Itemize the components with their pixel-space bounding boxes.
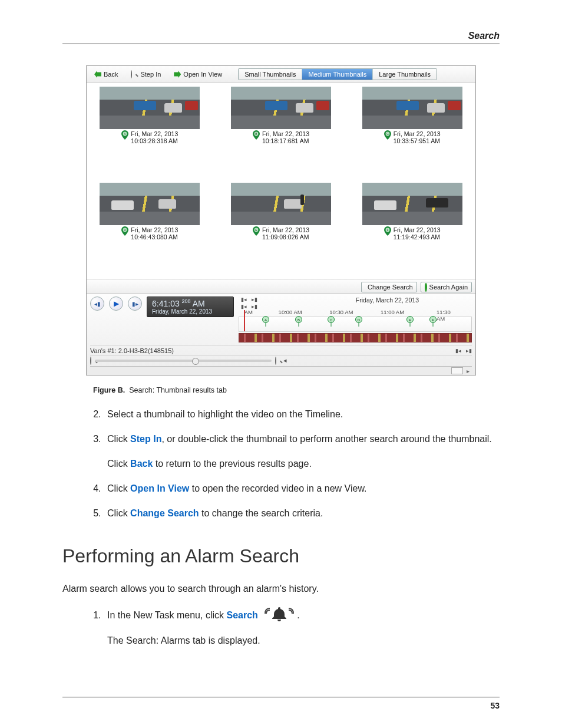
playback-date: Friday, March 22, 2013 — [152, 308, 229, 315]
step1-text-b: . — [297, 610, 299, 620]
step-forward-button[interactable]: ▮▸ — [128, 297, 142, 311]
thumbnail-item[interactable]: A Fri, Mar 22, 2013 10:03:28:318 AM — [90, 87, 210, 179]
svg-text:D: D — [358, 318, 361, 322]
thumb-date: Fri, Mar 22, 2013 — [262, 130, 309, 137]
alarm-bell-icon — [263, 605, 296, 627]
marker-icon: B — [253, 130, 260, 140]
svg-text:F: F — [386, 228, 388, 232]
timeline-marker-icon[interactable]: E — [406, 316, 414, 327]
open-in-view-button[interactable]: Open In View — [170, 69, 226, 80]
thumbnail-caption: C Fri, Mar 22, 2013 10:33:57:951 AM — [384, 130, 441, 144]
step1-sub: The Search: Alarms tab is displayed. — [107, 634, 500, 648]
zoom-slider-thumb[interactable] — [192, 358, 199, 365]
thumb-time: 11:09:08:026 AM — [262, 233, 309, 241]
step-4-text-a: Click — [107, 483, 130, 493]
step-5-text-b: to change the search criteria. — [199, 508, 323, 518]
timeline-panel: ◂▮ ▶ ▮▸ 6:41:03 208 AM Friday, March 22,… — [87, 294, 475, 375]
results-footer: Change Search Search Again — [87, 279, 475, 294]
step-5-text-a: Click — [107, 508, 130, 518]
steps-list: Select a thumbnail to highlight the vide… — [62, 407, 500, 521]
zoom-in-icon[interactable] — [275, 357, 276, 364]
back-button[interactable]: Back — [90, 69, 122, 80]
thumbnail-caption: D Fri, Mar 22, 2013 10:46:43:080 AM — [121, 226, 178, 241]
playback-time-display: 6:41:03 208 AM Friday, March 22, 2013 — [147, 297, 234, 317]
thumbnail-item[interactable]: B Fri, Mar 22, 2013 10:18:17:681 AM — [222, 87, 341, 179]
horizontal-scrollbar[interactable]: ▸ — [90, 366, 472, 375]
step-in-label: Step In — [140, 71, 161, 78]
playback-ampm: AM — [193, 299, 205, 308]
thumbnail-caption: B Fri, Mar 22, 2013 10:18:17:681 AM — [253, 130, 309, 144]
timeline-marker-icon[interactable]: F — [429, 316, 437, 327]
tab-small-thumbnails[interactable]: Small Thumbnails — [239, 69, 302, 80]
timeline-marker-icon[interactable]: B — [295, 316, 302, 327]
footer-rule — [62, 697, 500, 697]
step-3-text-b: , or double-click the thumbnail to perfo… — [161, 434, 491, 444]
steps-list-2: In the New Task menu, click Search . The… — [62, 608, 500, 648]
step-3-text-a: Click — [107, 434, 130, 444]
figure-caption: Figure B. Search: Thumbnail results tab — [93, 386, 500, 394]
open-in-view-label: Open In View — [183, 71, 222, 78]
timeline-marker-icon[interactable]: C — [328, 316, 335, 327]
change-search-button[interactable]: Change Search — [361, 282, 416, 292]
marker-icon: D — [121, 226, 128, 236]
step-1-alarm: In the New Task menu, click Search . The… — [104, 608, 500, 648]
mini-seek-controls-3[interactable]: ▮◂ ▸▮ — [455, 348, 472, 354]
thumbnail-item[interactable]: D Fri, Mar 22, 2013 10:46:43:080 AM — [90, 183, 210, 275]
step-2-text: Select a thumbnail to highlight the vide… — [107, 409, 343, 419]
search-again-button[interactable]: Search Again — [421, 282, 472, 292]
timeline-data-band[interactable] — [239, 333, 472, 342]
step-3-sub: Click Back to return to the previous res… — [107, 457, 500, 471]
timeline-ruler[interactable]: AM 10:00 AM 10:30 AM 11:00 AM 11:30 AM A… — [239, 317, 472, 332]
thumb-date: Fri, Mar 22, 2013 — [131, 226, 178, 233]
header-rule — [62, 44, 500, 44]
svg-text:B: B — [297, 318, 300, 322]
toolbar: Back Step In Open In View Small Thumbnai… — [87, 66, 475, 83]
figure-text: Search: Thumbnail results tab — [129, 386, 227, 394]
tab-medium-thumbnails[interactable]: Medium Thumbnails — [302, 69, 373, 80]
timeline-date-label: Friday, March 22, 2013 — [356, 297, 419, 304]
play-button[interactable]: ▶ — [109, 297, 123, 311]
thumbnail-image — [100, 87, 200, 129]
zoom-out-icon[interactable] — [90, 357, 91, 364]
ui-term-open-in-view: Open In View — [130, 483, 189, 493]
step-3-sub-a: Click — [107, 459, 130, 469]
search-again-label: Search Again — [429, 284, 468, 291]
step-4-text-b: to open the recorded video in a new View… — [189, 483, 366, 493]
page-number: 53 — [490, 701, 500, 710]
thumbnail-item[interactable]: C Fri, Mar 22, 2013 10:33:57:951 AM — [352, 87, 472, 179]
thumb-date: Fri, Mar 22, 2013 — [394, 130, 441, 137]
thumb-date: Fri, Mar 22, 2013 — [394, 226, 441, 233]
section-intro: Alarm search allows you to search throug… — [62, 584, 500, 594]
screenshot-app-window: Back Step In Open In View Small Thumbnai… — [86, 65, 476, 375]
header-section-label: Search — [468, 31, 500, 41]
tab-large-thumbnails[interactable]: Large Thumbnails — [373, 69, 437, 80]
refresh-icon — [425, 284, 427, 291]
thumbnail-image — [100, 183, 200, 225]
step-3: Click Step In, or double-click the thumb… — [104, 432, 500, 471]
ui-term-search: Search — [226, 610, 257, 620]
svg-text:D: D — [124, 228, 127, 232]
timeline-cursor[interactable] — [244, 310, 245, 331]
step1-text-a: In the New Task menu, click — [107, 610, 226, 620]
timeline-marker-icon[interactable]: D — [355, 316, 362, 327]
svg-text:C: C — [386, 132, 389, 136]
thumbnail-item[interactable]: E Fri, Mar 22, 2013 11:09:08:026 AM — [222, 183, 341, 275]
tick-label: 10:30 AM — [329, 309, 353, 315]
thumbnail-image — [231, 183, 331, 225]
step-back-button[interactable]: ◂▮ — [90, 297, 104, 311]
playback-ms: 208 — [182, 298, 191, 304]
section-heading: Performing an Alarm Search — [62, 545, 500, 567]
timeline-marker-icon[interactable]: A — [262, 316, 269, 327]
open-arrow-icon — [174, 71, 181, 78]
scrollbar-thumb[interactable] — [451, 367, 463, 374]
zoom-slider[interactable] — [95, 360, 272, 362]
step-in-button[interactable]: Step In — [127, 69, 165, 80]
thumbnail-caption: F Fri, Mar 22, 2013 11:19:42:493 AM — [384, 226, 441, 241]
thumb-date: Fri, Mar 22, 2013 — [131, 130, 178, 137]
svg-text:E: E — [409, 318, 411, 322]
thumb-time: 10:46:43:080 AM — [131, 233, 178, 241]
thumbnail-item[interactable]: F Fri, Mar 22, 2013 11:19:42:493 AM — [352, 183, 472, 275]
magnifier-icon — [131, 71, 138, 78]
thumbnail-image — [231, 87, 331, 129]
playback-time: 6:41:03 — [152, 299, 180, 308]
